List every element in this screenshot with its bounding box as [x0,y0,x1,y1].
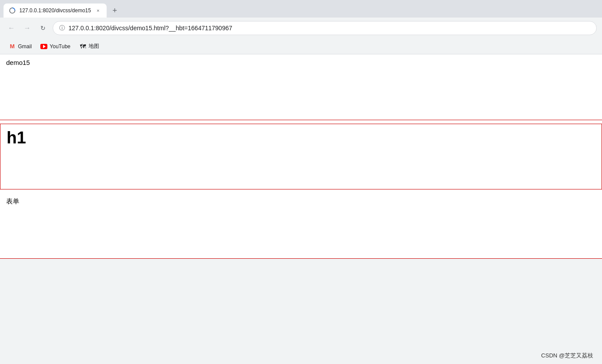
watermark-text: CSDN @芝芝又荔枝 [541,352,593,359]
bookmarks-bar: M Gmail YouTube 🗺 地图 [0,39,602,54]
form-text: 表单 [6,197,19,205]
youtube-favicon [40,43,47,50]
section-form: 表单 [0,193,602,259]
secure-icon: ⓘ [59,24,65,32]
tab-favicon [9,7,16,14]
address-bar[interactable]: ⓘ 127.0.0.1:8020/divcss/demo15.html?__hb… [53,21,597,35]
bookmark-gmail-label: Gmail [18,43,32,50]
page-content: demo15 h1 表单 [0,54,602,259]
h1-text: h1 [7,128,26,147]
bookmark-youtube[interactable]: YouTube [37,41,74,52]
browser-chrome: 127.0.0.1:8020/divcss/demo15 × + ← → ↻ ⓘ… [0,0,602,54]
bookmark-gmail[interactable]: M Gmail [5,41,35,52]
back-button[interactable]: ← [5,22,18,34]
bookmark-youtube-label: YouTube [50,43,70,50]
new-tab-button[interactable]: + [108,4,121,17]
reload-button[interactable]: ↻ [37,22,49,34]
footer-watermark: CSDN @芝芝又荔枝 [541,352,593,360]
bookmark-maps[interactable]: 🗺 地图 [76,41,103,52]
youtube-icon [40,44,47,49]
address-text: 127.0.0.1:8020/divcss/demo15.html?__hbt=… [68,25,590,32]
section-h1: h1 [0,124,602,189]
address-bar-row: ← → ↻ ⓘ 127.0.0.1:8020/divcss/demo15.htm… [0,18,602,39]
maps-favicon: 🗺 [79,43,86,50]
section-demo15: demo15 [0,54,602,120]
maps-icon: 🗺 [80,43,86,50]
bookmark-maps-label: 地图 [89,43,99,50]
gmail-favicon: M [9,43,16,50]
demo15-text: demo15 [6,59,30,66]
forward-button[interactable]: → [21,22,33,34]
tab-close-button[interactable]: × [94,7,101,14]
tab-bar: 127.0.0.1:8020/divcss/demo15 × + [0,0,602,18]
tab-title: 127.0.0.1:8020/divcss/demo15 [19,7,91,14]
active-tab[interactable]: 127.0.0.1:8020/divcss/demo15 × [4,4,107,18]
gmail-icon: M [10,43,15,50]
